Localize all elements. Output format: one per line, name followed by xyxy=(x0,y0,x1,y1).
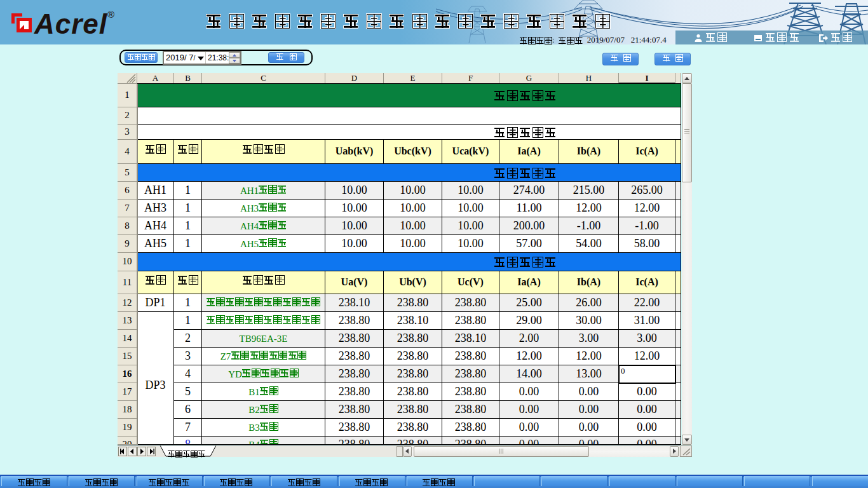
svg-text:Acrel: Acrel xyxy=(34,8,107,36)
svg-text:®: ® xyxy=(107,9,114,20)
